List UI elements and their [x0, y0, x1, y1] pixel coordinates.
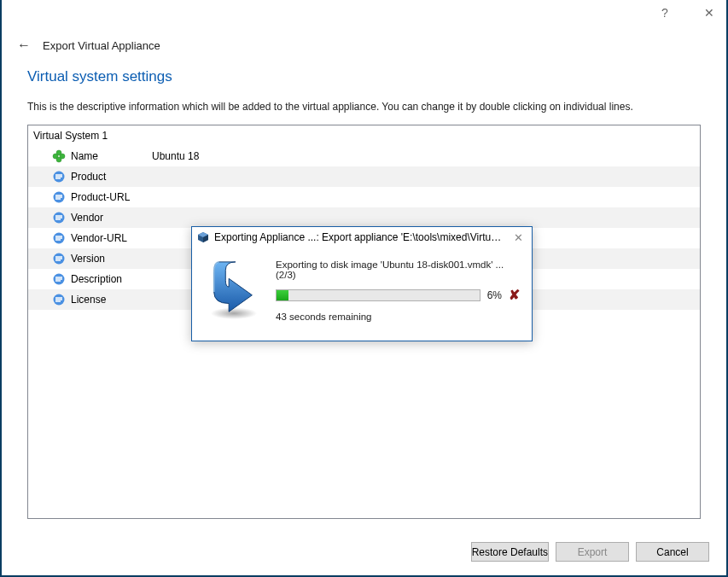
progress-bar — [276, 289, 480, 301]
table-row[interactable]: Product — [28, 166, 700, 187]
text-icon — [50, 211, 67, 224]
dialog-close-button[interactable]: ✕ — [510, 231, 527, 244]
export-arrow-icon — [204, 254, 264, 323]
row-label: Description — [67, 273, 149, 285]
progress-row: 6% ✘ — [276, 287, 520, 303]
page-title: Export Virtual Appliance — [43, 39, 160, 52]
table-row[interactable]: Vendor — [28, 207, 700, 228]
row-label: License — [67, 294, 149, 306]
row-label: Product-URL — [67, 191, 149, 203]
back-arrow-icon[interactable]: ← — [17, 38, 31, 53]
text-icon — [50, 272, 67, 286]
text-icon — [50, 293, 67, 306]
time-remaining: 43 seconds remaining — [276, 312, 520, 322]
row-label: Version — [67, 253, 149, 265]
help-icon: ? — [661, 6, 668, 20]
row-label: Name — [67, 150, 149, 162]
dialog-title: Exporting Appliance ...: Export applianc… — [214, 231, 504, 243]
text-icon — [50, 170, 67, 184]
dialog-info: Exporting to disk image 'Ubuntu 18-disk0… — [276, 254, 520, 323]
cancel-button[interactable]: Cancel — [636, 542, 709, 562]
progress-percent: 6% — [487, 289, 502, 301]
close-icon: ✕ — [514, 231, 523, 244]
virtualbox-icon — [197, 231, 209, 243]
progress-fill — [277, 290, 288, 300]
footer-buttons: Restore Defaults Export Cancel — [471, 542, 709, 562]
wizard-header: ← Export Virtual Appliance — [2, 26, 726, 68]
row-label: Vendor-URL — [67, 232, 149, 244]
help-button[interactable]: ? — [655, 3, 675, 23]
text-icon — [50, 190, 67, 204]
row-label: Product — [67, 171, 149, 183]
progress-dialog: Exporting Appliance ...: Export applianc… — [191, 226, 533, 341]
svg-point-3 — [56, 157, 61, 162]
group-label: Virtual System 1 — [33, 130, 108, 142]
status-text: Exporting to disk image 'Ubuntu 18-disk0… — [276, 259, 520, 280]
clover-icon — [50, 149, 67, 163]
table-row[interactable]: Name Ubuntu 18 — [28, 146, 700, 166]
table-row[interactable]: Product-URL — [28, 187, 700, 207]
close-button[interactable]: ✕ — [699, 3, 719, 23]
close-icon: ✕ — [704, 6, 714, 20]
titlebar: ? ✕ — [2, 0, 726, 26]
section-title: Virtual system settings — [27, 68, 701, 85]
text-icon — [50, 231, 67, 245]
export-button[interactable]: Export — [556, 542, 629, 562]
svg-point-14 — [211, 307, 257, 319]
dialog-titlebar: Exporting Appliance ...: Export applianc… — [192, 227, 532, 248]
text-icon — [50, 252, 67, 265]
cancel-operation-button[interactable]: ✘ — [509, 287, 520, 303]
system-group-row[interactable]: Virtual System 1 — [28, 125, 700, 146]
row-label: Vendor — [67, 212, 149, 224]
dialog-body: Exporting to disk image 'Ubuntu 18-disk0… — [192, 248, 532, 329]
row-value: Ubuntu 18 — [149, 150, 700, 162]
restore-defaults-button[interactable]: Restore Defaults — [471, 542, 549, 562]
section-description: This is the descriptive information whic… — [27, 101, 701, 113]
